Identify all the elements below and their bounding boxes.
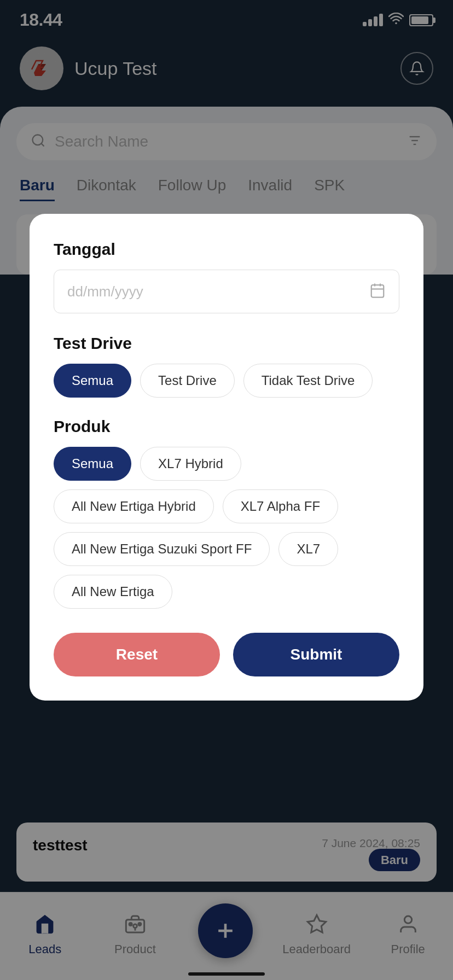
test-drive-pills: Semua Test Drive Tidak Test Drive: [54, 364, 399, 398]
pill-semua-td[interactable]: Semua: [54, 364, 131, 398]
pill-all-new-ertiga-suzuki-sport-ff[interactable]: All New Ertiga Suzuki Sport FF: [54, 532, 270, 566]
pill-xl7-hybrid[interactable]: XL7 Hybrid: [140, 447, 241, 481]
produk-pills: Semua XL7 Hybrid All New Ertiga Hybrid X…: [54, 447, 399, 609]
test-drive-section: Test Drive Semua Test Drive Tidak Test D…: [54, 334, 399, 398]
calendar-icon: [369, 282, 386, 301]
filter-modal: Tanggal dd/mm/yyyy Test Drive Semua Test: [30, 214, 423, 701]
action-buttons: Reset Submit: [54, 633, 399, 676]
date-input[interactable]: dd/mm/yyyy: [54, 270, 399, 313]
modal-overlay: Tanggal dd/mm/yyyy Test Drive Semua Test: [0, 0, 453, 980]
date-section: Tanggal dd/mm/yyyy: [54, 240, 399, 313]
produk-section: Produk Semua XL7 Hybrid All New Ertiga H…: [54, 417, 399, 609]
pill-xl7[interactable]: XL7: [278, 532, 338, 566]
submit-button[interactable]: Submit: [233, 633, 399, 676]
date-section-title: Tanggal: [54, 240, 399, 259]
svg-rect-6: [371, 285, 384, 298]
date-placeholder: dd/mm/yyyy: [67, 283, 369, 300]
pill-test-drive[interactable]: Test Drive: [140, 364, 235, 398]
pill-all-new-ertiga[interactable]: All New Ertiga: [54, 575, 172, 609]
pill-xl7-alpha-ff[interactable]: XL7 Alpha FF: [223, 489, 338, 523]
produk-title: Produk: [54, 417, 399, 436]
pill-semua-produk[interactable]: Semua: [54, 447, 131, 481]
reset-button[interactable]: Reset: [54, 633, 220, 676]
test-drive-title: Test Drive: [54, 334, 399, 353]
pill-tidak-test-drive[interactable]: Tidak Test Drive: [243, 364, 373, 398]
pill-all-new-ertiga-hybrid[interactable]: All New Ertiga Hybrid: [54, 489, 214, 523]
